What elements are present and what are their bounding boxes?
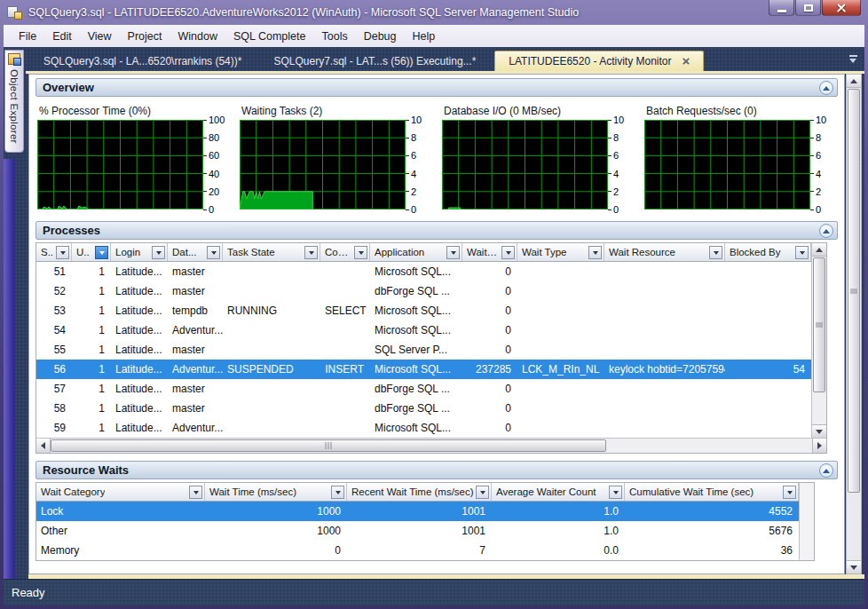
column-header-average-waiter-count[interactable]: Average Waiter Count: [492, 483, 625, 501]
document-tab-3[interactable]: LATITUDEE6520 - Activity Monitor×: [494, 51, 704, 71]
y-tick-label: 60: [203, 150, 219, 161]
column-header-login[interactable]: Login: [111, 243, 168, 261]
menu-item-sql-complete[interactable]: SQL Complete: [225, 27, 314, 46]
scroll-down-button[interactable]: [812, 424, 826, 438]
column-label: Wait Tim...: [467, 247, 500, 257]
scroll-down-button[interactable]: [847, 560, 861, 573]
column-header-s[interactable]: S..: [36, 243, 72, 261]
filter-dropdown-button[interactable]: [709, 246, 722, 259]
filter-dropdown-button[interactable]: [446, 246, 460, 259]
column-header-com[interactable]: Com...: [320, 243, 370, 261]
column-header-wait-resource[interactable]: Wait Resource: [604, 243, 725, 261]
menu-item-debug[interactable]: Debug: [356, 27, 405, 46]
table-row[interactable]: Memory070.036: [36, 541, 799, 560]
scrollbar-thumb[interactable]: [848, 89, 860, 493]
table-row[interactable]: 541Latitude...Adventur...Microsoft SQL..…: [36, 320, 811, 340]
y-tick-label: 4: [406, 169, 416, 179]
resource-waits-section-header: Resource Waits: [36, 461, 838, 479]
scroll-right-button[interactable]: [812, 439, 826, 453]
table-row[interactable]: 521Latitude...masterdbForge SQL ...0: [36, 281, 811, 301]
column-header-wait-type[interactable]: Wait Type: [517, 243, 604, 261]
y-tick-label: 80: [203, 132, 219, 143]
column-header-dat[interactable]: Dat...: [168, 243, 223, 261]
object-explorer-tab[interactable]: Object Explorer: [4, 50, 24, 153]
processes-horizontal-scrollbar[interactable]: [36, 438, 826, 453]
filter-dropdown-button[interactable]: [795, 246, 809, 259]
scrollbar-thumb[interactable]: [51, 439, 606, 452]
table-row[interactable]: 531Latitude...tempdbRUNNINGSELECTMicroso…: [36, 301, 811, 320]
processes-vertical-scrollbar[interactable]: [811, 243, 826, 438]
menu-item-window[interactable]: Window: [170, 27, 225, 46]
resource-waits-vertical-scrollbar[interactable]: [799, 483, 814, 560]
arrow-right-icon: [817, 442, 822, 449]
filter-dropdown-button[interactable]: [501, 246, 515, 259]
table-row[interactable]: 581Latitude...masterdbForge SQL ...0: [36, 399, 811, 418]
cell: dbForge SQL ...: [370, 402, 462, 415]
document-tab-2[interactable]: SQLQuery7.sql - LAT...s (56)) Executing.…: [260, 51, 489, 71]
document-tab-1[interactable]: SQLQuery3.sql - LA...6520\rrankins (54))…: [30, 51, 255, 71]
cell: 0: [462, 422, 517, 434]
filter-dropdown-button[interactable]: [783, 486, 796, 499]
column-header-task-state[interactable]: Task State: [223, 243, 320, 261]
table-row[interactable]: Lock100010011.04552: [36, 502, 799, 521]
collapse-resource-waits-button[interactable]: [819, 463, 833, 478]
processes-grid-rows: 511Latitude...masterMicrosoft SQL...0521…: [36, 262, 811, 438]
cell: 53: [36, 304, 72, 317]
collapse-processes-button[interactable]: [819, 224, 833, 238]
page-vertical-scrollbar[interactable]: [846, 74, 862, 574]
filter-dropdown-button[interactable]: [56, 246, 69, 259]
y-tick-label: 8: [608, 132, 619, 143]
column-header-wait-category[interactable]: Wait Category: [36, 483, 205, 501]
scroll-up-button[interactable]: [847, 75, 861, 88]
table-row[interactable]: 561Latitude...Adventur...SUSPENDEDINSERT…: [36, 360, 811, 379]
filter-dropdown-button[interactable]: [609, 486, 622, 499]
column-header-cumulative-wait-time-sec[interactable]: Cumulative Wait Time (sec): [625, 483, 799, 501]
collapse-overview-button[interactable]: [819, 81, 833, 95]
minimize-button[interactable]: [769, 0, 794, 16]
menu-item-tools[interactable]: Tools: [313, 27, 355, 46]
scrollbar-thumb[interactable]: [813, 257, 825, 392]
column-header-wait-tim[interactable]: Wait Tim...: [462, 243, 517, 261]
chevron-up-icon: [823, 229, 830, 233]
close-button[interactable]: [822, 0, 861, 16]
menu-item-edit[interactable]: Edit: [44, 27, 80, 46]
filter-dropdown-button[interactable]: [588, 246, 602, 259]
filter-dropdown-button[interactable]: [152, 246, 165, 259]
table-row[interactable]: 511Latitude...masterMicrosoft SQL...0: [36, 262, 811, 281]
cell: 1000: [205, 525, 347, 537]
column-header-blocked-by[interactable]: Blocked By: [725, 243, 811, 261]
filter-dropdown-button[interactable]: [95, 246, 108, 259]
tab-label: LATITUDEE6520 - Activity Monitor: [509, 55, 671, 67]
table-row[interactable]: Other100010011.05676: [36, 521, 799, 541]
menu-item-file[interactable]: File: [11, 27, 44, 46]
filter-dropdown-button[interactable]: [476, 486, 489, 499]
menu-item-view[interactable]: View: [80, 27, 120, 46]
cell: 237285: [462, 363, 517, 376]
table-row[interactable]: 591Latitude...Adventur...Microsoft SQL..…: [36, 418, 811, 438]
menu-item-project[interactable]: Project: [120, 27, 170, 46]
arrow-up-icon: [850, 79, 857, 83]
table-row[interactable]: 551Latitude...masterSQL Server P...0: [36, 340, 811, 360]
column-header-u[interactable]: U..: [72, 243, 111, 261]
maximize-button[interactable]: [795, 0, 821, 16]
filter-dropdown-button[interactable]: [304, 246, 318, 259]
column-header-application[interactable]: Application: [370, 243, 462, 261]
filter-dropdown-button[interactable]: [331, 486, 344, 499]
filter-dropdown-icon: [613, 491, 619, 494]
scrollbar-track[interactable]: [51, 439, 812, 453]
column-header-wait-time-ms-sec[interactable]: Wait Time (ms/sec): [205, 483, 347, 501]
main-area: Object Explorer SQLQuery3.sql - LA...652…: [4, 47, 864, 579]
filter-dropdown-button[interactable]: [354, 246, 367, 259]
column-header-recent-wait-time-ms-sec[interactable]: Recent Wait Time (ms/sec): [347, 483, 492, 501]
cell: Microsoft SQL...: [370, 363, 462, 376]
scroll-left-button[interactable]: [36, 439, 51, 453]
chart-y-axis: 1086420: [608, 120, 631, 210]
cell: tempdb: [168, 304, 223, 317]
filter-dropdown-button[interactable]: [207, 246, 220, 259]
tab-list-chevron-icon[interactable]: [848, 55, 857, 63]
filter-dropdown-button[interactable]: [189, 486, 202, 499]
menu-item-help[interactable]: Help: [405, 27, 444, 46]
table-row[interactable]: 571Latitude...masterdbForge SQL ...0: [36, 379, 811, 399]
scroll-up-button[interactable]: [812, 243, 826, 257]
tab-close-icon[interactable]: ×: [682, 57, 690, 66]
